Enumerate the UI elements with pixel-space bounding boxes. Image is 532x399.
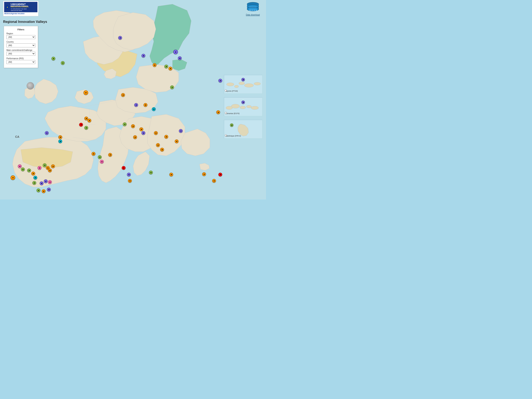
country-select[interactable]: (All) [6, 44, 35, 47]
map-marker[interactable] [178, 56, 182, 60]
map-marker[interactable] [108, 153, 112, 157]
map-marker[interactable] [160, 148, 164, 152]
map-marker[interactable] [88, 119, 91, 122]
martinique-label: Martinique (FRY2) [226, 135, 241, 137]
map-marker[interactable] [169, 67, 172, 70]
svg-point-17 [251, 106, 259, 109]
map-marker[interactable] [164, 135, 168, 139]
map-marker[interactable] [37, 189, 40, 192]
performance-filter-group: Performance (RIS) (All) [6, 57, 35, 64]
map-marker[interactable] [61, 61, 65, 65]
map-marker[interactable] [58, 139, 62, 143]
map-marker[interactable] [128, 179, 132, 183]
logo-hashtag: #EUinnoAgenda #eic2023 [4, 12, 38, 15]
map-marker[interactable] [31, 172, 35, 175]
map-marker[interactable] [241, 101, 245, 104]
map-marker[interactable] [156, 143, 160, 147]
map-marker[interactable] [216, 110, 220, 114]
map-marker[interactable] [153, 63, 157, 67]
map-marker[interactable] [133, 135, 137, 139]
map-marker[interactable] [175, 139, 178, 143]
svg-point-8 [234, 85, 239, 88]
map-marker[interactable] [218, 173, 222, 177]
svg-rect-36 [253, 10, 255, 11]
map-marker[interactable] [32, 181, 36, 185]
map-marker[interactable] [40, 181, 44, 185]
azores-label: Açores (PT20) [226, 90, 238, 92]
map-marker[interactable] [42, 189, 45, 193]
map-marker[interactable] [83, 90, 88, 95]
svg-point-9 [239, 82, 245, 85]
page-title: Regional Innovation Valleys [3, 20, 47, 24]
inset-azores: Açores (PT20) [224, 75, 262, 94]
country-filter-group: Country (All) [6, 41, 35, 47]
map-marker[interactable] [48, 169, 52, 172]
map-marker[interactable] [169, 173, 173, 177]
map-marker[interactable] [100, 160, 104, 164]
map-marker[interactable] [141, 54, 145, 57]
filters-title: Filters [6, 28, 35, 31]
map-marker[interactable] [38, 166, 41, 170]
map-marker[interactable] [98, 155, 102, 159]
map-marker[interactable] [11, 175, 15, 180]
map-marker[interactable] [27, 169, 31, 172]
map-marker[interactable] [21, 167, 25, 171]
region-label: Region [6, 32, 35, 35]
map-marker[interactable] [173, 50, 178, 54]
map-marker[interactable] [230, 123, 233, 127]
zoom-control[interactable] [27, 82, 34, 89]
commitment-select[interactable]: (All) [6, 52, 35, 56]
region-select[interactable]: (All) [6, 35, 35, 39]
svg-rect-34 [249, 10, 251, 11]
map-marker[interactable] [47, 188, 51, 191]
map-marker[interactable] [134, 103, 138, 107]
country-label: Country [6, 41, 35, 43]
map-marker[interactable] [131, 124, 135, 128]
inset-martinique: Martinique (FRY2) [224, 120, 262, 138]
svg-point-11 [254, 82, 261, 85]
map-marker[interactable] [58, 135, 62, 139]
map-marker[interactable] [127, 173, 131, 177]
svg-point-16 [247, 105, 252, 108]
map-marker[interactable] [154, 131, 158, 135]
map-marker[interactable] [139, 127, 143, 131]
map-marker[interactable] [121, 93, 125, 97]
map-marker[interactable] [43, 163, 47, 167]
map-marker[interactable] [241, 78, 245, 81]
map-marker[interactable] [79, 123, 83, 127]
map-container: CA Açores (PT20) Canarias (ES70) [0, 0, 266, 200]
map-marker[interactable] [123, 122, 127, 126]
map-marker[interactable] [212, 179, 216, 183]
svg-rect-37 [256, 10, 257, 11]
ca-label: CA [15, 135, 19, 138]
map-marker[interactable] [118, 36, 122, 40]
inset-canarias: Canarias (ES70) [224, 97, 262, 116]
data-download-button[interactable]: Data download [246, 2, 260, 16]
canarias-label: Canarias (ES70) [226, 112, 240, 114]
map-marker[interactable] [48, 180, 52, 184]
map-marker[interactable] [18, 164, 22, 168]
map-marker[interactable] [179, 129, 183, 133]
map-marker[interactable] [218, 79, 222, 82]
svg-text:TO SPEARHEAD THE NEW: TO SPEARHEAD THE NEW [11, 8, 27, 10]
map-marker[interactable] [202, 172, 206, 176]
map-marker[interactable] [164, 65, 168, 68]
map-marker[interactable] [84, 126, 88, 130]
map-marker[interactable] [122, 166, 126, 170]
map-marker[interactable] [149, 171, 153, 174]
map-marker[interactable] [51, 164, 55, 168]
performance-select[interactable]: (All) [6, 60, 35, 64]
map-marker[interactable] [144, 103, 147, 107]
map-marker[interactable] [45, 131, 49, 135]
map-marker[interactable] [141, 131, 145, 135]
svg-rect-35 [252, 10, 253, 11]
filters-panel: Filters Region (All) Country (All) Main … [4, 26, 38, 68]
svg-text:INNOVATION AGENDA: INNOVATION AGENDA [11, 6, 29, 8]
map-marker[interactable] [152, 107, 156, 111]
map-marker[interactable] [33, 176, 37, 180]
logo-image: ★ A NEW EUROPEAN INNOVATION AGENDA TO SP… [4, 2, 38, 12]
map-marker[interactable] [44, 179, 48, 183]
map-marker[interactable] [92, 152, 95, 156]
map-marker[interactable] [51, 57, 55, 60]
map-marker[interactable] [170, 85, 174, 89]
